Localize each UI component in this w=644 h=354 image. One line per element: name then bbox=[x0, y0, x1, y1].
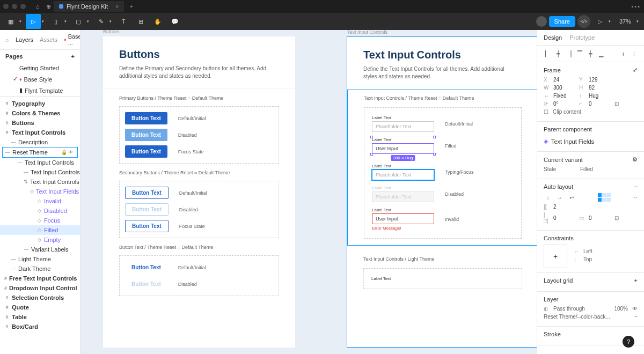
layer-item[interactable]: ◇Filled bbox=[0, 225, 80, 235]
page-item[interactable]: ▮ Flynt Template bbox=[0, 85, 80, 96]
input-placeholder[interactable]: Placeholder Text bbox=[372, 169, 434, 180]
layer-item[interactable]: —Text Input Controls bbox=[0, 158, 80, 167]
resize-icon[interactable]: ⤢ bbox=[633, 67, 638, 73]
input-disabled[interactable]: Label Text Placeholder Text bbox=[372, 186, 434, 202]
input-invalid[interactable]: Label Text User Input Error Message! bbox=[372, 208, 434, 231]
tab-assets[interactable]: Assets bbox=[40, 36, 57, 43]
globe-icon[interactable]: ⊕ bbox=[43, 1, 54, 12]
x-input[interactable]: 24 bbox=[553, 77, 575, 83]
layer-item[interactable]: —Description bbox=[0, 137, 80, 147]
wrap-icon[interactable]: ↩ bbox=[567, 193, 576, 202]
button-primary[interactable]: Button Text bbox=[125, 112, 167, 124]
constraint-v-select[interactable]: Top bbox=[583, 256, 592, 262]
share-button[interactable]: Share bbox=[549, 16, 575, 27]
layer-item[interactable]: —Dark Theme bbox=[0, 264, 80, 274]
file-tab[interactable]: Flynt Design Kit × bbox=[54, 1, 124, 12]
layer-item[interactable]: #Quote bbox=[0, 303, 80, 312]
h-input[interactable]: 82 bbox=[589, 85, 610, 91]
library-badge[interactable]: ♦Base ... bbox=[64, 33, 80, 46]
layer-item[interactable]: #Typography bbox=[0, 99, 80, 108]
layer-item[interactable]: #Table bbox=[0, 312, 80, 322]
padding-icon[interactable]: ⊡ bbox=[614, 215, 619, 221]
distribute-icon[interactable]: ⫞ bbox=[619, 50, 627, 57]
layer-item[interactable]: #Dropdown Input Control bbox=[0, 283, 80, 293]
variant-value[interactable]: Filled bbox=[580, 166, 593, 172]
constraint-widget[interactable]: + bbox=[544, 245, 567, 268]
layer-item[interactable]: ◇Invalid bbox=[0, 196, 80, 206]
button-secondary-disabled[interactable]: Button Text bbox=[125, 203, 169, 216]
comment-tool[interactable]: 💬 bbox=[167, 14, 182, 29]
alignment-grid[interactable] bbox=[598, 193, 611, 202]
corners-icon[interactable]: ⊡ bbox=[614, 101, 619, 107]
input-focus[interactable]: Label Text Placeholder Text bbox=[372, 164, 434, 180]
new-tab-button[interactable]: + bbox=[129, 3, 133, 10]
layer-item[interactable]: —Text Input Controls bbox=[0, 167, 80, 177]
direction-v-icon[interactable]: ↓ bbox=[544, 193, 552, 202]
button-text-disabled[interactable]: Button Text bbox=[125, 278, 167, 290]
tidy-icon[interactable]: ⋮ bbox=[630, 50, 638, 57]
tab-design[interactable]: Design bbox=[544, 34, 562, 41]
layer-item[interactable]: ◇Text Input Fields bbox=[0, 187, 80, 196]
input-default[interactable]: Label Text bbox=[371, 276, 434, 281]
button-text[interactable]: Button Text bbox=[125, 261, 167, 274]
zoom-display[interactable]: 37% bbox=[619, 18, 631, 25]
layer-item[interactable]: #Text Input Controls bbox=[0, 128, 80, 137]
button-primary-focus[interactable]: Button Text bbox=[125, 145, 167, 158]
detach-icon[interactable]: − bbox=[634, 314, 638, 320]
layer-item[interactable]: —Reset Theme🔒👁 bbox=[2, 147, 78, 158]
padh-input[interactable]: 0 bbox=[553, 215, 575, 221]
add-grid-button[interactable]: + bbox=[634, 277, 638, 284]
variant-group-secondary[interactable]: Button TextDefault/Initial Button TextDi… bbox=[119, 181, 279, 238]
align-vcenter-icon[interactable]: ┿ bbox=[587, 50, 594, 57]
layer-item[interactable]: #Free Text Input Controls bbox=[0, 274, 80, 283]
button-secondary[interactable]: Button Text bbox=[125, 187, 169, 199]
direction-h-icon[interactable]: → bbox=[555, 193, 564, 202]
home-icon[interactable]: ⌂ bbox=[32, 1, 43, 12]
vresize-select[interactable]: Hug bbox=[589, 93, 610, 99]
pen-tool[interactable]: ✎ bbox=[93, 14, 108, 29]
variant-group-primary[interactable]: Button TextDefault/Initial Button TextDi… bbox=[119, 106, 279, 164]
align-top-icon[interactable]: ▔ bbox=[576, 50, 583, 57]
button-primary-disabled[interactable]: Button Text bbox=[125, 129, 167, 141]
layer-item[interactable]: #Buttons bbox=[0, 118, 80, 128]
tab-layers[interactable]: Layers bbox=[16, 36, 33, 43]
clip-checkbox[interactable]: ☐ bbox=[544, 109, 548, 115]
text-tool[interactable]: T bbox=[116, 14, 131, 29]
frame-text-input[interactable]: Text Input Controls Text Input Controls … bbox=[347, 36, 537, 348]
canvas[interactable]: Buttons Buttons Define the Primary and S… bbox=[80, 30, 537, 354]
tab-prototype[interactable]: Prototype bbox=[569, 34, 595, 41]
input-value[interactable]: User Input bbox=[372, 213, 434, 224]
parent-component-link[interactable]: ◈Text Input Fields bbox=[544, 136, 638, 147]
resources-tool[interactable]: ⊞ bbox=[133, 14, 148, 29]
align-bottom-icon[interactable]: ▁ bbox=[597, 50, 605, 57]
page-item[interactable]: Getting Started bbox=[0, 63, 80, 73]
align-right-icon[interactable]: ▕ bbox=[565, 50, 573, 57]
frame-tool[interactable]: ▯ bbox=[48, 14, 63, 29]
help-button[interactable]: ? bbox=[623, 336, 634, 348]
layer-item[interactable]: ◇Disabled bbox=[0, 206, 80, 216]
constraint-h-select[interactable]: Left bbox=[583, 248, 592, 254]
layer-item[interactable]: —Variant Labels bbox=[0, 245, 80, 254]
page-item[interactable]: ✓♦ Base Style bbox=[0, 73, 80, 85]
variant-group-text[interactable]: Button TextDefault/Initial Button TextDi… bbox=[119, 255, 279, 296]
blend-mode-select[interactable]: Pass through bbox=[553, 306, 610, 312]
layer-item[interactable]: ⇅Text Input Controls bbox=[0, 177, 80, 187]
add-page-button[interactable]: + bbox=[71, 53, 75, 60]
radius-input[interactable]: 0 bbox=[589, 101, 610, 107]
shape-tool[interactable]: ▢ bbox=[71, 14, 86, 29]
hand-tool[interactable]: ✋ bbox=[150, 14, 165, 29]
remove-icon[interactable]: − bbox=[634, 183, 638, 190]
gap-input[interactable]: 2 bbox=[553, 204, 575, 210]
layer-item[interactable]: —Light Theme bbox=[0, 254, 80, 264]
layer-item[interactable]: #Colors & Themes bbox=[0, 108, 80, 118]
opacity-input[interactable]: 100% bbox=[614, 306, 628, 312]
frame-buttons[interactable]: Buttons Buttons Define the Primary and S… bbox=[103, 36, 295, 348]
more-icon[interactable]: ••• bbox=[631, 3, 641, 10]
fill-style-link[interactable]: Reset Theme/--color-back... bbox=[544, 314, 630, 320]
dev-mode-button[interactable]: </> bbox=[577, 15, 590, 28]
padv-input[interactable]: 0 bbox=[589, 215, 610, 221]
settings-icon[interactable]: ⚙ bbox=[632, 156, 638, 163]
button-secondary-focus[interactable]: Button Text bbox=[125, 220, 169, 232]
align-hcenter-icon[interactable]: ┿ bbox=[554, 50, 562, 57]
w-input[interactable]: 300 bbox=[553, 85, 575, 91]
